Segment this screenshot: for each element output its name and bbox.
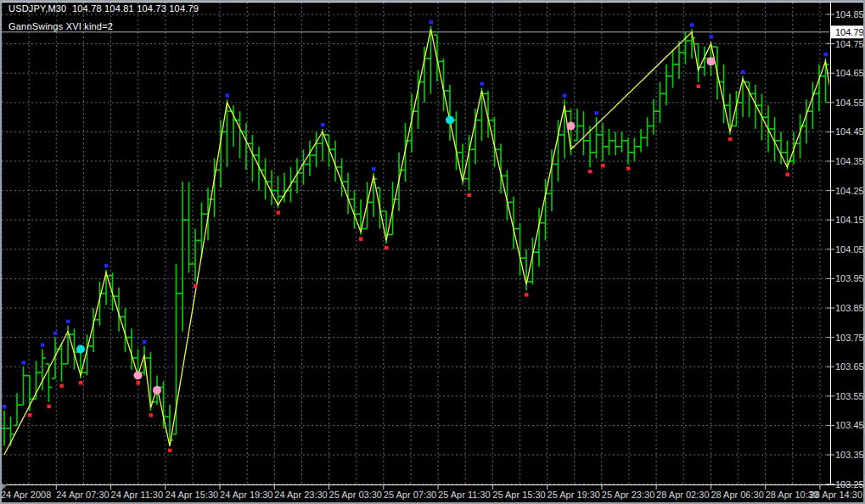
price-axis-label: 104.25 xyxy=(835,186,864,196)
gann-pink-marker xyxy=(153,386,161,395)
price-axis-label: 104.85 xyxy=(835,9,864,20)
time-axis-label: 25 Apr 07:30 xyxy=(384,490,436,500)
time-axis-label: 24 Apr 19:30 xyxy=(220,490,272,500)
swing-high-dot xyxy=(41,343,44,346)
swing-low-dot xyxy=(149,413,153,417)
swing-low-dot xyxy=(468,193,471,197)
price-chart-canvas[interactable]: 104.85104.75104.65104.55104.45104.35104.… xyxy=(0,0,865,504)
swing-high-dot xyxy=(143,340,146,344)
swing-low-dot xyxy=(137,381,140,384)
gann-cyan-marker xyxy=(446,116,454,125)
time-axis-label: 24 Apr 15:30 xyxy=(166,490,218,500)
price-axis-label: 103.65 xyxy=(835,361,864,372)
time-axis-label: 28 Apr 14:30 xyxy=(810,490,862,500)
time-axis-label: 24 Apr 2008 xyxy=(1,490,51,500)
price-axis-label: 103.45 xyxy=(835,420,864,430)
time-axis-label: 25 Apr 19:30 xyxy=(548,490,600,500)
swing-low-dot xyxy=(48,405,51,408)
price-axis-label: 103.85 xyxy=(835,303,864,313)
swing-high-dot xyxy=(104,264,108,267)
time-axis-label: 25 Apr 11:30 xyxy=(438,490,491,500)
swing-high-dot xyxy=(226,93,229,97)
swing-high-dot xyxy=(480,82,484,86)
swing-low-dot xyxy=(60,384,64,388)
swing-low-dot xyxy=(28,413,31,417)
swing-low-dot xyxy=(385,246,388,249)
swing-low-dot xyxy=(277,210,280,214)
swing-low-dot xyxy=(728,137,732,141)
symbol-ohlc-label: USDJPY,M30 104.78 104.81 104.73 104.79 xyxy=(8,3,199,14)
swing-high-dot xyxy=(321,123,324,126)
swing-low-dot xyxy=(168,449,171,452)
current-price-label: 104.79 xyxy=(835,27,864,37)
gann-pink-marker xyxy=(567,121,576,130)
price-axis-label: 104.65 xyxy=(835,68,864,78)
swing-high-dot xyxy=(824,53,828,56)
swing-high-dot xyxy=(741,70,744,74)
price-axis-label: 104.45 xyxy=(835,126,864,137)
swing-low-dot xyxy=(626,166,630,170)
swing-low-dot xyxy=(194,284,197,288)
swing-high-dot xyxy=(595,111,598,115)
time-axis-label: 24 Apr 11:30 xyxy=(111,490,164,500)
swing-high-dot xyxy=(66,320,70,323)
swing-low-dot xyxy=(786,172,789,176)
price-axis-label: 104.35 xyxy=(835,156,864,166)
swing-low-dot xyxy=(697,85,700,88)
time-axis-label: 25 Apr 03:30 xyxy=(329,490,382,500)
price-axis-label: 103.35 xyxy=(835,450,864,460)
time-axis-label: 24 Apr 23:30 xyxy=(274,490,327,500)
gann-pink-marker xyxy=(134,372,143,380)
swing-high-dot xyxy=(53,332,57,335)
swing-high-dot xyxy=(372,167,375,171)
indicator-name-label: GannSwings XVI kind=2 xyxy=(8,21,113,31)
swing-high-dot xyxy=(22,361,25,364)
price-axis-label: 104.15 xyxy=(835,215,864,225)
time-axis-label: 24 Apr 07:30 xyxy=(56,490,109,500)
time-axis-label: 28 Apr 06:30 xyxy=(711,490,763,500)
gann-cyan-marker xyxy=(76,344,85,353)
swing-high-dot xyxy=(3,405,6,408)
time-axis-label: 25 Apr 15:30 xyxy=(492,490,545,500)
swing-low-dot xyxy=(79,381,82,384)
swing-low-dot xyxy=(601,164,604,167)
swing-low-dot xyxy=(525,293,528,296)
price-axis-label: 103.55 xyxy=(835,391,864,401)
swing-high-dot xyxy=(563,93,566,97)
swing-high-dot xyxy=(430,20,433,24)
price-axis-label: 104.75 xyxy=(835,39,864,49)
price-axis-label: 103.75 xyxy=(835,333,864,343)
price-axis-label: 103.25 xyxy=(835,479,864,490)
price-axis-label: 104.05 xyxy=(835,244,864,255)
price-axis-label: 103.95 xyxy=(835,273,864,283)
swing-high-dot xyxy=(710,35,713,38)
time-axis-label: 28 Apr 02:30 xyxy=(656,490,709,500)
chart-window: 104.85104.75104.65104.55104.45104.35104.… xyxy=(0,0,865,504)
time-axis-label: 25 Apr 23:30 xyxy=(602,490,654,500)
gann-pink-marker xyxy=(707,57,716,65)
swing-low-dot xyxy=(359,238,362,241)
swing-high-dot xyxy=(690,23,694,26)
price-axis-label: 104.55 xyxy=(835,98,864,108)
swing-low-dot xyxy=(588,170,592,173)
